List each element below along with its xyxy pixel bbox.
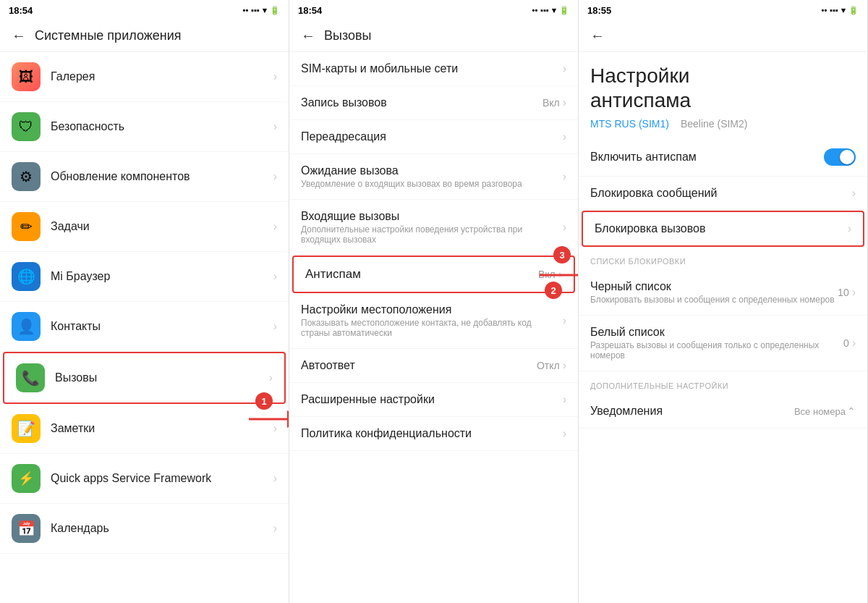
list-item-contacts[interactable]: 👤 Контакты › (0, 302, 289, 352)
list-item-location[interactable]: Настройки местоположения Показывать мест… (289, 293, 578, 349)
gallery-title: Галерея (51, 70, 273, 83)
list-item-notifications[interactable]: Уведомления Все номера ⌃ (579, 395, 867, 429)
sim2-tab[interactable]: Beeline (SIM2) (681, 118, 748, 130)
list-item-antispam[interactable]: Антиспам Вкл › 2 (292, 256, 575, 293)
advanced-title: Расширенные настройки (301, 393, 563, 406)
sim1-tab[interactable]: MTS RUS (SIM1) (590, 118, 669, 130)
update-text: Обновление компонентов (51, 170, 273, 183)
status-bar-3: 18:55 •• ▪▪▪ ▾ 🔋 (579, 0, 867, 20)
panel-system-apps: 18:54 •• ▪▪▪ ▾ 🔋 ← Системные приложения … (0, 0, 289, 603)
blacklist-count: 10 (838, 287, 849, 298)
header-3: ← (579, 20, 867, 52)
antispam-title: Антиспам (305, 267, 538, 282)
list-item-calendar[interactable]: 📅 Календарь › (0, 504, 289, 554)
signal-icon: ▪▪▪ (251, 6, 260, 14)
notif-chevron: ⌃ (847, 405, 856, 417)
status-bar-1: 18:54 •• ▪▪▪ ▾ 🔋 (0, 0, 289, 20)
chevron-update: › (273, 170, 277, 183)
incoming-title: Входящие вызовы (301, 210, 563, 223)
list-item-incoming[interactable]: Входящие вызовы Дополнительные настройки… (289, 200, 578, 256)
sim-tabs: MTS RUS (SIM1) Beeline (SIM2) (579, 118, 867, 138)
battery-icon-2: 🔋 (559, 6, 569, 15)
block-messages-text: Блокировка сообщений (590, 187, 852, 200)
list-item-privacy[interactable]: Политика конфиденциальности › (289, 417, 578, 451)
chevron-contacts: › (273, 320, 277, 333)
list-item-tasks[interactable]: ✏ Задачи › (0, 202, 289, 252)
whitelist-subtitle: Разрешать вызовы и сообщения только с оп… (590, 340, 843, 360)
autoanswer-value: Откл (537, 360, 560, 371)
browser-icon: 🌐 (12, 262, 41, 291)
status-icons-1: •• ▪▪▪ ▾ 🔋 (243, 6, 280, 15)
list-item-gallery[interactable]: 🖼 Галерея › (0, 52, 289, 102)
panel-antispam-settings: 18:55 •• ▪▪▪ ▾ 🔋 ← Настройкиантиспама MT… (579, 0, 868, 603)
block-calls-title: Блокировка вызовов (595, 222, 848, 235)
waiting-text: Ожидание вызова Уведомление о входящих в… (301, 164, 563, 189)
chevron-location: › (563, 314, 566, 327)
list-item-security[interactable]: 🛡 Безопасность › (0, 102, 289, 152)
chevron-gallery: › (273, 70, 277, 83)
location-text: Настройки местоположения Показывать мест… (301, 303, 563, 338)
list-item-update[interactable]: ⚙ Обновление компонентов › (0, 152, 289, 202)
list-item-record[interactable]: Запись вызовов Вкл › (289, 86, 578, 120)
antispam-toggle[interactable] (824, 148, 856, 166)
list-item-forward[interactable]: Переадресация › (289, 120, 578, 154)
tasks-title: Задачи (51, 220, 273, 233)
update-title: Обновление компонентов (51, 170, 273, 183)
list-item-notes[interactable]: 📝 Заметки › (0, 404, 289, 454)
chevron-browser: › (273, 270, 277, 283)
privacy-title: Политика конфиденциальности (301, 427, 563, 440)
antispam-toggle-row: Включить антиспам (579, 138, 867, 177)
back-button-3[interactable]: ← (590, 28, 605, 44)
chevron-calendar: › (273, 522, 277, 535)
gallery-text: Галерея (51, 70, 273, 83)
list-item-waiting[interactable]: Ожидание вызова Уведомление о входящих в… (289, 154, 578, 200)
antispam-settings-title: Настройкиантиспама (579, 52, 867, 118)
back-button-2[interactable]: ← (301, 28, 315, 44)
title-2: Вызовы (324, 28, 372, 43)
security-icon: 🛡 (12, 112, 41, 141)
calendar-text: Календарь (51, 522, 273, 535)
status-icons-3: •• ▪▪▪ ▾ 🔋 (822, 6, 859, 15)
notes-title: Заметки (51, 422, 273, 435)
chevron-block-calls: › (848, 222, 851, 235)
list-item-sim[interactable]: SIM-карты и мобильные сети › (289, 52, 578, 86)
calls-text: Вызовы (55, 371, 269, 384)
list-item-autoanswer[interactable]: Автоответ Откл › (289, 349, 578, 383)
autoanswer-text: Автоответ (301, 359, 537, 372)
chevron-autoanswer: › (563, 359, 566, 372)
list-item-whitelist[interactable]: Белый список Разрешать вызовы и сообщени… (579, 316, 867, 371)
list-item-block-calls[interactable]: Блокировка вызовов › (582, 211, 864, 247)
privacy-text: Политика конфиденциальности (301, 427, 563, 440)
block-calls-text: Блокировка вызовов (595, 222, 848, 235)
antispam-text: Антиспам (305, 267, 538, 282)
list-item-advanced[interactable]: Расширенные настройки › (289, 383, 578, 417)
security-title: Безопасность (51, 120, 273, 133)
time-1: 18:54 (9, 5, 33, 16)
time-3: 18:55 (587, 5, 611, 16)
whitelist-text: Белый список Разрешать вызовы и сообщени… (590, 326, 843, 360)
list-item-browser[interactable]: 🌐 Mi Браузер › (0, 252, 289, 302)
notifications-value: Все номера (794, 406, 846, 417)
calls-icon: 📞 (16, 363, 45, 392)
waiting-subtitle: Уведомление о входящих вызовах во время … (301, 179, 563, 189)
title-1: Системные приложения (35, 28, 182, 43)
chevron-incoming: › (563, 221, 566, 234)
browser-title: Mi Браузер (51, 270, 273, 283)
list-item-block-messages[interactable]: Блокировка сообщений › (579, 177, 867, 211)
signal-icon-2: ▪▪▪ (540, 6, 549, 14)
list-item-calls[interactable]: 📞 Вызовы › 1 (3, 352, 286, 404)
dots-1: •• (243, 6, 249, 14)
back-button-1[interactable]: ← (12, 28, 26, 44)
chevron-tasks: › (273, 220, 277, 233)
chevron-quick: › (273, 472, 277, 485)
record-title: Запись вызовов (301, 96, 542, 109)
forward-text: Переадресация (301, 130, 563, 143)
antispam-toggle-label: Включить антиспам (590, 151, 824, 164)
wifi-icon-2: ▾ (552, 6, 556, 15)
list-item-blacklist[interactable]: Черный список Блокировать вызовы и сообщ… (579, 270, 867, 316)
chevron-advanced: › (563, 393, 566, 406)
chevron-waiting: › (563, 170, 566, 183)
chevron-forward: › (563, 130, 566, 143)
list-item-quick[interactable]: ⚡ Quick apps Service Framework › (0, 454, 289, 504)
blacklist-subtitle: Блокировать вызовы и сообщения с определ… (590, 295, 838, 305)
